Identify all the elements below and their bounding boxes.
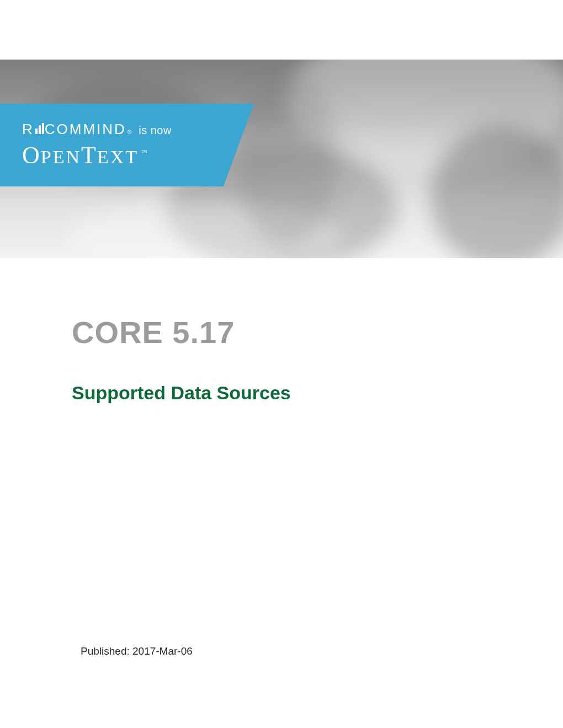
hero-blur-shape bbox=[237, 71, 337, 247]
published-label: Published: bbox=[81, 645, 130, 657]
trademark-mark: ™ bbox=[141, 148, 148, 156]
title-block: CORE 5.17 Supported Data Sources bbox=[72, 314, 513, 404]
brand-recommind-logo: RCOMMIND® bbox=[22, 121, 133, 138]
registered-mark: ® bbox=[128, 129, 133, 135]
brand-line-1: RCOMMIND® is now bbox=[22, 121, 254, 138]
brand-ot-ext: EXT bbox=[97, 147, 139, 167]
page-title: CORE 5.17 bbox=[72, 314, 513, 350]
brand-ot-o: O bbox=[22, 142, 41, 169]
transition-text: is now bbox=[139, 124, 172, 137]
brand-ot-pen: PEN bbox=[41, 147, 81, 167]
brand-opentext-logo: OPENTEXT™ bbox=[22, 141, 254, 169]
brand-ot-t: T bbox=[81, 142, 97, 169]
brand-recommind-rest: COMMIND bbox=[45, 121, 126, 138]
brand-recommind-bars-icon bbox=[35, 123, 44, 134]
hero-image: RCOMMIND® is now OPENTEXT™ bbox=[0, 60, 563, 258]
brand-banner: RCOMMIND® is now OPENTEXT™ bbox=[0, 104, 254, 186]
document-cover-page: RCOMMIND® is now OPENTEXT™ CORE 5.17 Sup… bbox=[0, 0, 563, 728]
published-line: Published: 2017-Mar-06 bbox=[81, 645, 193, 657]
page-subtitle: Supported Data Sources bbox=[72, 382, 513, 404]
published-date: 2017-Mar-06 bbox=[132, 645, 193, 657]
brand-recommind-r: R bbox=[22, 121, 34, 138]
